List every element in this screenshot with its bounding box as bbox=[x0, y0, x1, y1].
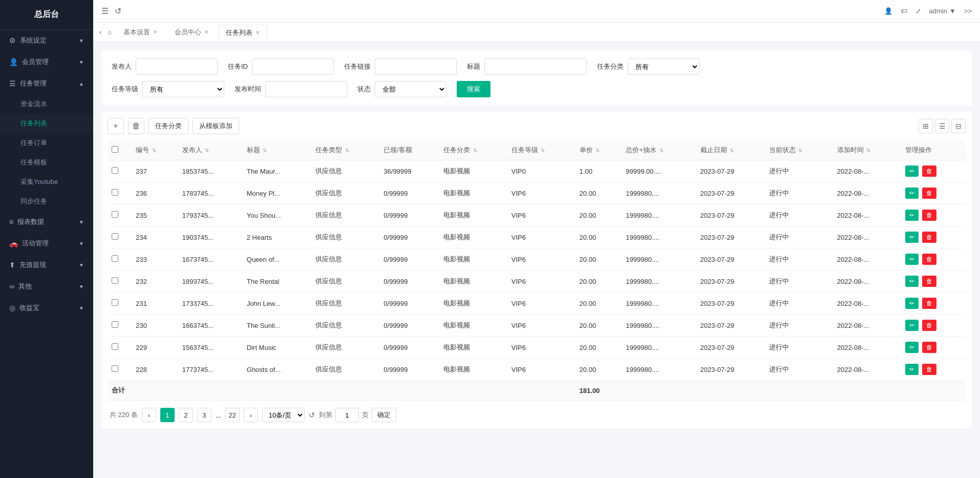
row-added: 2022-08-... bbox=[833, 315, 901, 337]
sidebar-item-member[interactable]: 👤 会员管理 ▼ bbox=[0, 51, 93, 73]
th-total: 总价+抽水 ⇅ bbox=[622, 140, 696, 160]
sidebar-item-task[interactable]: ☰ 任务管理 ▲ bbox=[0, 73, 93, 94]
more-tabs-icon[interactable]: >> bbox=[964, 7, 972, 15]
task-level-select[interactable]: 所有 VIP0 VIP1 VIP6 bbox=[142, 81, 224, 97]
page-size-select[interactable]: 10条/页 20条/页 50条/页 bbox=[262, 408, 305, 422]
publish-time-input[interactable] bbox=[265, 81, 347, 97]
tab-basic[interactable]: 基本设置 ✕ bbox=[116, 24, 165, 40]
grid-view-button[interactable]: ⊞ bbox=[919, 119, 933, 133]
row-select-checkbox[interactable] bbox=[112, 211, 118, 218]
tab-nav-home[interactable]: ⌂ bbox=[105, 28, 114, 36]
close-icon[interactable]: ✕ bbox=[255, 30, 260, 35]
row-select-checkbox[interactable] bbox=[112, 255, 118, 262]
row-deadline: 2023-07-29 bbox=[696, 226, 765, 248]
row-price: 20.00 bbox=[576, 226, 622, 248]
page-22-button[interactable]: 22 bbox=[225, 408, 240, 422]
delete-button[interactable]: 🗑 bbox=[922, 210, 936, 221]
goto-confirm-button[interactable]: 确定 bbox=[372, 408, 396, 422]
sidebar-sub-task-template[interactable]: 任务模板 bbox=[0, 153, 93, 172]
delete-button[interactable]: 🗑 bbox=[922, 165, 936, 177]
edit-button[interactable]: ✏ bbox=[905, 276, 919, 287]
category-button[interactable]: 任务分类 bbox=[148, 118, 188, 134]
batch-delete-button[interactable]: 🗑 bbox=[128, 118, 144, 134]
admin-menu[interactable]: admin ▼ bbox=[929, 7, 956, 15]
status-label: 状态 bbox=[357, 85, 371, 94]
row-status: 进行中 bbox=[765, 271, 833, 293]
row-total: 1999980.... bbox=[622, 182, 696, 204]
report-icon: ≡ bbox=[9, 218, 13, 226]
sidebar-item-income[interactable]: ◎ 收益宝 ▼ bbox=[0, 297, 93, 319]
delete-button[interactable]: 🗑 bbox=[922, 320, 936, 331]
publisher-input[interactable] bbox=[136, 58, 218, 75]
task-category-select[interactable]: 所有 电影视频 音乐 游戏 bbox=[628, 58, 699, 75]
sidebar-item-other[interactable]: ∞ 其他 ▼ bbox=[0, 276, 93, 297]
task-id-label: 任务ID bbox=[228, 62, 248, 71]
sidebar-item-report[interactable]: ≡ 报表数据 ▼ bbox=[0, 211, 93, 233]
sidebar-sub-task-list[interactable]: 任务列表 bbox=[0, 114, 93, 133]
title-label: 标题 bbox=[467, 62, 480, 71]
list-view-button[interactable]: ☰ bbox=[935, 119, 949, 133]
page-2-button[interactable]: 2 bbox=[179, 408, 193, 422]
profile-icon[interactable]: 👤 bbox=[884, 7, 892, 15]
pagination-total: 共 220 条 bbox=[110, 410, 138, 420]
delete-button[interactable]: 🗑 bbox=[922, 364, 936, 375]
edit-button[interactable]: ✏ bbox=[905, 165, 919, 177]
export-button[interactable]: ⊟ bbox=[951, 119, 966, 133]
tab-member[interactable]: 会员中心 ✕ bbox=[167, 24, 216, 40]
search-form: 发布人 任务ID 任务链接 标题 任务分类 bbox=[101, 50, 972, 106]
next-page-button[interactable]: › bbox=[244, 408, 258, 422]
delete-button[interactable]: 🗑 bbox=[922, 188, 936, 199]
row-select-checkbox[interactable] bbox=[112, 233, 118, 240]
edit-button[interactable]: ✏ bbox=[905, 298, 919, 309]
edit-button[interactable]: ✏ bbox=[905, 342, 919, 353]
row-select-checkbox[interactable] bbox=[112, 299, 118, 306]
page-3-button[interactable]: 3 bbox=[197, 408, 211, 422]
sidebar-sub-task-order[interactable]: 任务订单 bbox=[0, 133, 93, 153]
page-1-button[interactable]: 1 bbox=[160, 408, 175, 422]
row-level: VIP6 bbox=[507, 226, 576, 248]
refresh-icon[interactable]: ↺ bbox=[115, 6, 121, 16]
prev-page-button[interactable]: ‹ bbox=[142, 408, 156, 422]
edit-button[interactable]: ✏ bbox=[905, 364, 919, 375]
row-select-checkbox[interactable] bbox=[112, 189, 118, 196]
tag-icon[interactable]: 🏷 bbox=[901, 7, 907, 15]
expand-icon[interactable]: ⤢ bbox=[915, 7, 921, 15]
sidebar-sub-youtube[interactable]: 采集Youtube bbox=[0, 172, 93, 192]
search-button[interactable]: 搜索 bbox=[457, 81, 491, 97]
delete-button[interactable]: 🗑 bbox=[922, 298, 936, 309]
title-input[interactable] bbox=[484, 58, 587, 75]
edit-button[interactable]: ✏ bbox=[905, 320, 919, 331]
sidebar-item-system[interactable]: ⚙ 系统设定 ▼ bbox=[0, 30, 93, 51]
add-button[interactable]: + bbox=[108, 118, 124, 134]
delete-button[interactable]: 🗑 bbox=[922, 276, 936, 287]
goto-input[interactable] bbox=[335, 408, 359, 422]
delete-button[interactable]: 🗑 bbox=[922, 254, 936, 265]
refresh-pagination-icon[interactable]: ↺ bbox=[309, 411, 315, 419]
menu-toggle-icon[interactable]: ☰ bbox=[101, 6, 109, 16]
edit-button[interactable]: ✏ bbox=[905, 232, 919, 243]
row-select-checkbox[interactable] bbox=[112, 343, 118, 350]
template-button[interactable]: 从模板添加 bbox=[193, 118, 239, 134]
row-select-checkbox[interactable] bbox=[112, 365, 118, 372]
task-id-input[interactable] bbox=[252, 58, 334, 75]
sidebar-item-recharge[interactable]: ⬆ 充值提现 ▼ bbox=[0, 254, 93, 276]
sidebar-sub-capital[interactable]: 资金流水 bbox=[0, 94, 93, 114]
page-unit: 页 bbox=[362, 410, 369, 420]
sidebar-sub-sync[interactable]: 同步任务 bbox=[0, 192, 93, 211]
delete-button[interactable]: 🗑 bbox=[922, 232, 936, 243]
close-icon[interactable]: ✕ bbox=[204, 29, 208, 35]
row-select-checkbox[interactable] bbox=[112, 277, 118, 284]
task-link-input[interactable] bbox=[375, 58, 457, 75]
close-icon[interactable]: ✕ bbox=[153, 29, 157, 35]
row-select-checkbox[interactable] bbox=[112, 167, 118, 174]
edit-button[interactable]: ✏ bbox=[905, 254, 919, 265]
edit-button[interactable]: ✏ bbox=[905, 188, 919, 199]
row-select-checkbox[interactable] bbox=[112, 321, 118, 328]
delete-button[interactable]: 🗑 bbox=[922, 342, 936, 353]
edit-button[interactable]: ✏ bbox=[905, 210, 919, 221]
tab-task-list[interactable]: 任务列表 ✕ bbox=[218, 25, 267, 41]
sidebar-item-activity[interactable]: 🚗 活动管理 ▼ bbox=[0, 233, 93, 254]
select-all-checkbox[interactable] bbox=[112, 146, 118, 153]
tab-nav-prev[interactable]: ‹ bbox=[97, 28, 103, 36]
status-select[interactable]: 全部 进行中 已完成 已暂停 bbox=[375, 81, 446, 97]
